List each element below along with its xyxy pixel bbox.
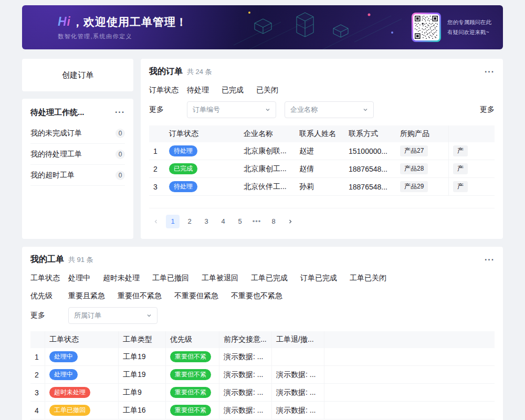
col-products: 所购产品 <box>396 125 448 142</box>
parent-order-select[interactable]: 所属订单 <box>68 307 158 324</box>
workorders-table-header: 工单状态 工单类型 优先级 前序交接意... 工单退/撤... <box>30 331 495 348</box>
order-status-filter-label: 订单状态 <box>149 86 187 95</box>
page-button-5[interactable]: 5 <box>233 215 247 228</box>
cell-return: 演示数据: ... <box>272 402 324 419</box>
filter-option-withdrawn[interactable]: 工单已撤回 <box>152 274 189 283</box>
page-button-4[interactable]: 4 <box>216 215 230 228</box>
workorder-status-filter-row: 工单状态 处理中 超时未处理 工单已撤回 工单被退回 工单已完成 订单已完成 工… <box>30 274 495 283</box>
workorders-more-icon[interactable]: ··· <box>485 256 495 264</box>
priority-badge: 重要但不紧 <box>170 405 211 416</box>
pagination: 1 2 3 4 5 ••• 8 <box>149 215 495 228</box>
product-tag: 产 <box>453 181 468 192</box>
cell-status: 待处理 <box>165 178 239 195</box>
col-workorder-type: 工单类型 <box>119 331 166 348</box>
page-button-8[interactable]: 8 <box>267 215 280 228</box>
cell-company: 北京康创工... <box>239 160 295 177</box>
orders-more-link[interactable]: 更多 <box>480 105 495 114</box>
page-ellipsis[interactable]: ••• <box>250 215 264 228</box>
orders-count: 共 24 条 <box>187 67 212 77</box>
filter-option-wo-completed[interactable]: 工单已完成 <box>251 274 288 283</box>
cell-status: 工单已撤回 <box>45 402 119 419</box>
order-row[interactable]: 3 待处理 北京伙伴工... 孙莉 18876548... 产品29 产 <box>149 178 495 196</box>
cell-priority: 重要但不紧 <box>166 402 219 419</box>
filter-option-wo-closed[interactable]: 工单已关闭 <box>350 274 386 283</box>
stat-item-pending-workorders[interactable]: 我的待处理工单 0 <box>30 144 125 165</box>
cell-phone: 18876548... <box>344 160 396 177</box>
filter-option-pending[interactable]: 待处理 <box>187 86 209 95</box>
page-button-2[interactable]: 2 <box>183 215 196 228</box>
filter-option-not-important-not-urgent[interactable]: 不重要也不紧急 <box>231 291 282 301</box>
stats-more-icon[interactable]: ··· <box>115 108 125 117</box>
filter-option-completed[interactable]: 已完成 <box>222 86 244 95</box>
cell-status: 待处理 <box>165 142 239 160</box>
cell-product-extra: 产 <box>448 160 495 177</box>
next-page-button[interactable] <box>284 215 297 228</box>
workorder-row[interactable]: 4 工单已撤回 工单16 重要但不紧 演示数据: ... 演示数据: ... <box>30 402 495 419</box>
filter-option-not-important-urgent[interactable]: 不重要但紧急 <box>174 291 218 301</box>
my-orders-panel: 我的订单 共 24 条 ··· 订单状态 待处理 已完成 已关闭 更多 订单编号… <box>141 59 503 239</box>
filter-option-important-not-urgent[interactable]: 重要但不紧急 <box>118 291 162 301</box>
stats-list: 我的未完成订单 0 我的待处理工单 0 我的超时工单 0 <box>30 123 125 186</box>
orders-more-icon[interactable]: ··· <box>485 68 495 76</box>
prev-page-button[interactable] <box>149 215 163 228</box>
orders-table-header: 订单状态 企业名称 联系人姓名 联系方式 所购产品 <box>149 125 495 142</box>
my-workorders-panel: 我的工单 共 91 条 ··· 工单状态 处理中 超时未处理 工单已撤回 工单被… <box>22 247 503 420</box>
order-no-select[interactable]: 订单编号 <box>187 101 276 118</box>
workorder-row[interactable]: 1 处理中 工单19 重要但不紧 演示数据: ... <box>30 348 495 366</box>
col-index <box>149 125 165 142</box>
page-button-1[interactable]: 1 <box>166 215 180 228</box>
order-row[interactable]: 1 待处理 北京康创联... 赵进 15100000... 产品27 产 <box>149 142 495 160</box>
filter-option-overtime[interactable]: 超时未处理 <box>103 274 140 283</box>
banner-isometric-art <box>234 5 407 49</box>
parent-order-placeholder: 所属订单 <box>74 311 101 320</box>
workorders-more-label: 更多 <box>30 311 68 320</box>
status-badge: 处理中 <box>49 369 78 380</box>
left-column: 创建订单 待处理工作统... ··· 我的未完成订单 0 我的待处理工单 0 <box>22 59 133 239</box>
company-name-select[interactable]: 企业名称 <box>285 101 374 118</box>
workorder-row[interactable]: 3 超时未处理 工单9 重要但不紧 演示数据: ... 演示数据: ... <box>30 384 495 402</box>
stat-count-badge: 0 <box>116 171 125 180</box>
filter-option-order-completed[interactable]: 订单已完成 <box>300 274 337 283</box>
filter-option-important-urgent[interactable]: 重要且紧急 <box>68 291 105 301</box>
orders-panel-title: 我的订单 <box>149 66 183 77</box>
page: Hi，欢迎使用工单管理！ 数智化管理,系统由你定义 <box>0 0 525 420</box>
filter-option-processing[interactable]: 处理中 <box>68 274 90 283</box>
col-handover-note: 前序交接意... <box>219 331 272 348</box>
cell-status: 处理中 <box>45 366 119 383</box>
col-order-status: 订单状态 <box>165 125 239 142</box>
create-order-button[interactable]: 创建订单 <box>22 59 133 91</box>
banner-title: Hi，欢迎使用工单管理！ <box>58 15 187 29</box>
cell-return <box>272 348 324 365</box>
chevron-down-icon <box>265 107 270 112</box>
col-products-extra <box>448 125 495 142</box>
qr-caption-line1: 您的专属顾问在此 <box>447 17 491 27</box>
cell-index: 1 <box>149 142 165 160</box>
workorders-panel-header: 我的工单 共 91 条 ··· <box>30 254 495 265</box>
cell-product-extra: 产 <box>448 178 495 195</box>
stat-item-overtime-workorders[interactable]: 我的超时工单 0 <box>30 165 125 186</box>
banner-hi: Hi <box>58 15 71 28</box>
stat-count-badge: 0 <box>116 150 125 159</box>
filter-option-returned[interactable]: 工单被退回 <box>202 274 238 283</box>
create-order-label: 创建订单 <box>62 70 93 80</box>
chevron-down-icon <box>146 313 152 318</box>
col-contact-phone: 联系方式 <box>344 125 396 142</box>
qr-caption-line2: 有疑问欢迎来戳~ <box>447 27 491 37</box>
filter-option-closed[interactable]: 已关闭 <box>256 86 278 95</box>
cell-phone: 18876548... <box>344 178 396 195</box>
cell-product: 产品29 <box>396 178 448 195</box>
priority-badge: 重要但不紧 <box>170 351 211 362</box>
order-status-filter-row: 订单状态 待处理 已完成 已关闭 <box>149 86 495 95</box>
status-badge: 超时未处理 <box>49 387 90 398</box>
cell-product: 产品27 <box>396 142 448 160</box>
order-row[interactable]: 2 已完成 北京康创工... 赵倩 18876548... 产品28 产 <box>149 160 495 178</box>
table-empty-space <box>149 196 495 208</box>
workorder-row[interactable]: 2 处理中 工单19 重要但不紧 演示数据: ... 演示数据: ... <box>30 366 495 384</box>
cell-product-extra: 产 <box>448 142 495 160</box>
col-index <box>30 331 45 348</box>
page-button-3[interactable]: 3 <box>200 215 213 228</box>
stat-item-unfinished-orders[interactable]: 我的未完成订单 0 <box>30 123 125 144</box>
banner-title-text: ，欢迎使用工单管理！ <box>72 16 187 28</box>
product-tag: 产品27 <box>400 145 428 156</box>
status-badge: 处理中 <box>49 351 78 362</box>
